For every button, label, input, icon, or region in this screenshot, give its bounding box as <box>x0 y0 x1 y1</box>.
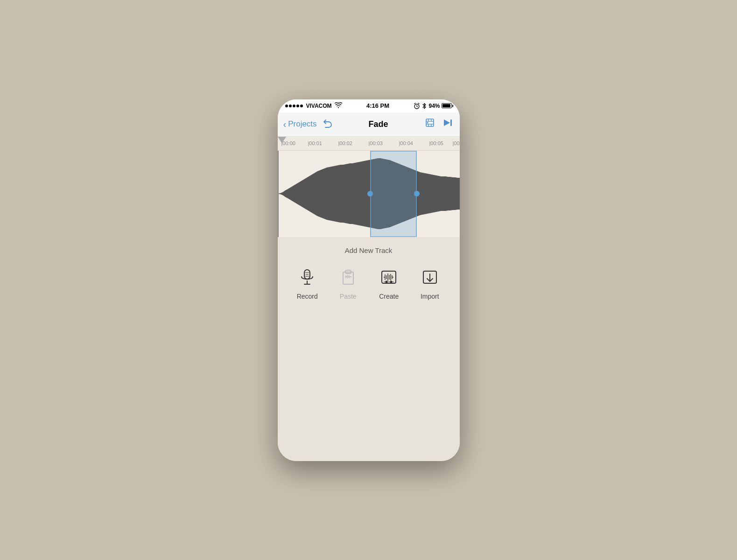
record-option[interactable]: Record <box>295 266 319 300</box>
record-label: Record <box>297 293 318 300</box>
time-06: |00:06 <box>453 140 460 146</box>
playhead-triangle <box>278 137 286 151</box>
undo-icon <box>323 118 333 128</box>
track-options: Record <box>278 266 460 300</box>
back-label: Projects <box>288 119 316 129</box>
back-button[interactable]: ‹ Projects <box>283 119 317 130</box>
paste-icon-container <box>337 266 360 289</box>
playhead-line <box>278 151 279 237</box>
selection-overlay <box>370 151 417 237</box>
status-left: VIVACOM <box>285 102 342 110</box>
skip-button[interactable] <box>442 117 454 132</box>
time-markers: |00:00 |00:01 |00:02 |00:03 |00:04 |00:0… <box>278 137 460 150</box>
signal-dot-2 <box>289 105 292 107</box>
signal-dot-3 <box>293 105 295 107</box>
svg-marker-3 <box>444 119 450 126</box>
nav-bar: ‹ Projects Fade <box>278 112 460 137</box>
trim-button[interactable] <box>424 117 436 132</box>
time-04: |00:04 <box>399 140 413 146</box>
alarm-icon <box>414 103 420 109</box>
bluetooth-icon <box>422 103 427 109</box>
carrier-label: VIVACOM <box>306 103 332 109</box>
selection-handle-left[interactable] <box>367 191 373 196</box>
time-02: |00:02 <box>338 140 352 146</box>
battery-percent: 94% <box>428 103 440 109</box>
svg-point-2 <box>427 122 428 124</box>
svg-rect-4 <box>450 119 452 126</box>
create-icon <box>380 268 398 286</box>
add-track-section: Add New Track Record <box>278 237 460 461</box>
paste-label: Paste <box>340 293 357 300</box>
import-icon <box>421 268 439 286</box>
playhead-triangle-shape <box>278 137 286 143</box>
import-option[interactable]: Import <box>418 266 442 300</box>
time-05: |00:05 <box>429 140 443 146</box>
timeline-container: |00:00 |00:01 |00:02 |00:03 |00:04 |00:0… <box>278 137 460 237</box>
time-03: |00:03 <box>369 140 383 146</box>
nav-left: ‹ Projects <box>283 118 333 131</box>
nav-right <box>424 117 454 132</box>
battery-icon <box>442 103 452 108</box>
status-right: 94% <box>414 103 452 109</box>
back-chevron-icon: ‹ <box>283 119 287 130</box>
skip-icon <box>442 117 454 129</box>
clipboard-icon <box>339 268 357 286</box>
svg-rect-24 <box>343 272 353 284</box>
selection-handle-right[interactable] <box>414 191 420 196</box>
paste-option[interactable]: Paste <box>337 266 360 300</box>
time-01: |00:01 <box>308 140 322 146</box>
nav-title: Fade <box>369 119 388 129</box>
signal-dot-4 <box>296 105 299 107</box>
add-track-title: Add New Track <box>278 246 460 254</box>
create-label: Create <box>379 293 399 300</box>
create-icon-container <box>377 266 400 289</box>
timeline-ruler: |00:00 |00:01 |00:02 |00:03 |00:04 |00:0… <box>278 137 460 151</box>
signal-dot-1 <box>285 105 288 107</box>
battery-fill <box>442 104 450 107</box>
record-icon-container <box>295 266 319 289</box>
undo-button[interactable] <box>323 118 333 131</box>
microphone-icon <box>298 268 316 286</box>
svg-point-44 <box>386 280 388 283</box>
waveform-area <box>278 151 460 237</box>
wifi-icon <box>335 102 342 110</box>
status-time: 4:16 PM <box>366 102 389 109</box>
trim-icon <box>424 117 436 129</box>
import-icon-container <box>418 266 442 289</box>
import-label: Import <box>421 293 439 300</box>
signal-dot-5 <box>300 105 303 107</box>
phone-frame: VIVACOM 4:16 PM 9 <box>278 99 460 461</box>
create-option[interactable]: Create <box>377 266 400 300</box>
status-bar: VIVACOM 4:16 PM 9 <box>278 99 460 112</box>
svg-point-45 <box>390 280 393 283</box>
signal-dots <box>285 105 303 107</box>
